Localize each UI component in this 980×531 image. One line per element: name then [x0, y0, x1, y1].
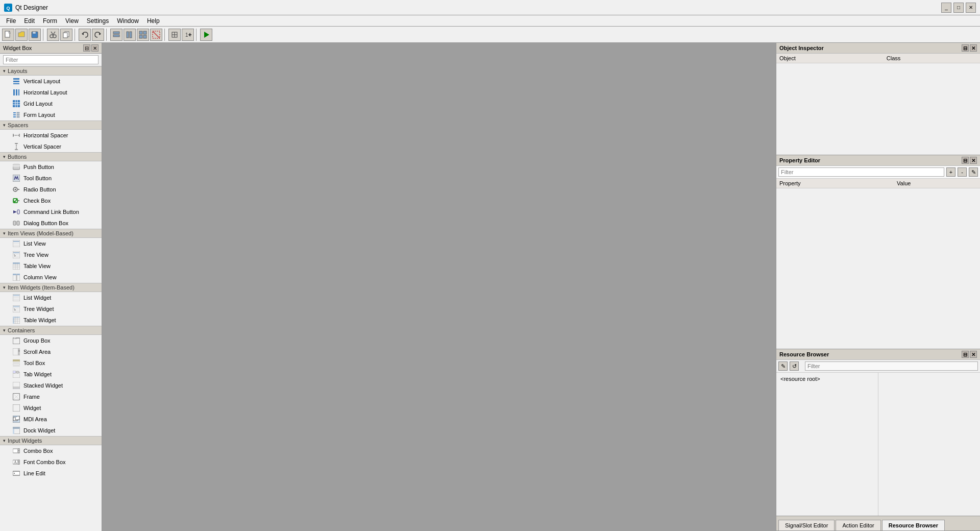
widget-item-scroll-area[interactable]: Scroll Area	[0, 346, 102, 357]
resource-filter-input[interactable]	[805, 361, 978, 371]
toolbar-cut[interactable]	[47, 29, 59, 41]
widget-item-tree-widget[interactable]: Tree Widget	[0, 303, 102, 315]
toolbar-layout-grid[interactable]	[137, 29, 149, 41]
menu-item-window[interactable]: Window	[113, 16, 143, 26]
svg-rect-84	[13, 306, 19, 307]
svg-marker-10	[99, 32, 101, 35]
widget-item-vertical-layout[interactable]: Vertical Layout	[0, 76, 102, 87]
menu-item-settings[interactable]: Settings	[83, 16, 113, 26]
svg-rect-119	[13, 429, 14, 434]
object-inspector-close[interactable]: ✕	[970, 44, 977, 52]
menu-item-help[interactable]: Help	[143, 16, 164, 26]
toolbar-layout-h[interactable]	[124, 29, 136, 41]
object-inspector-float[interactable]: ⊟	[962, 44, 969, 52]
widget-item-tab-widget[interactable]: Tab Widget	[0, 369, 102, 380]
bottom-tab-signal/slot-editor[interactable]: Signal/Slot Editor	[778, 520, 835, 530]
widget-category-item-widgets-(item-based)[interactable]: ▾Item Widgets (Item-Based)	[0, 283, 102, 292]
widget-category-buttons[interactable]: ▾Buttons	[0, 152, 102, 161]
widget-item-column-view[interactable]: Column View	[0, 272, 102, 283]
widget-item-table-widget[interactable]: Table Widget	[0, 315, 102, 326]
widget-item-tree-view[interactable]: Tree View	[0, 249, 102, 260]
widget-category-containers[interactable]: ▾Containers	[0, 326, 102, 335]
toolbar-redo[interactable]	[92, 29, 104, 41]
resource-browser-close[interactable]: ✕	[970, 351, 977, 358]
toolbar-preview[interactable]	[200, 29, 212, 41]
property-editor-filter-input[interactable]	[778, 167, 944, 177]
resource-browser-float[interactable]: ⊟	[962, 351, 969, 358]
widget-item-grid-layout[interactable]: Grid Layout	[0, 98, 102, 109]
widget-category-layouts[interactable]: ▾Layouts	[0, 66, 102, 76]
widget-filter-input[interactable]	[3, 55, 99, 64]
toolbar-undo[interactable]	[79, 29, 91, 41]
widget-item-horizontal-spacer[interactable]: Horizontal Spacer	[0, 130, 102, 141]
widget-category-spacers[interactable]: ▾Spacers	[0, 120, 102, 130]
widget-item-font-combo-box[interactable]: AFont Combo Box	[0, 456, 102, 468]
toolbar-break-layout[interactable]	[150, 29, 162, 41]
toolbar-adjust-size[interactable]	[168, 29, 181, 41]
svg-text:GB: GB	[14, 337, 17, 340]
svg-rect-106	[16, 371, 19, 373]
menu-item-view[interactable]: View	[61, 16, 83, 26]
widget-box-close[interactable]: ✕	[91, 44, 99, 52]
widget-item-horizontal-layout[interactable]: Horizontal Layout	[0, 87, 102, 98]
svg-rect-26	[13, 78, 19, 80]
pe-col-value: Value	[894, 179, 980, 188]
widget-item-stacked-widget[interactable]: Stacked Widget	[0, 380, 102, 391]
property-remove-button[interactable]: -	[958, 167, 967, 177]
property-editor-table: Property Value	[776, 179, 980, 188]
category-arrow: ▾	[3, 231, 6, 236]
widget-item-vertical-spacer[interactable]: Vertical Spacer	[0, 141, 102, 152]
design-canvas[interactable]	[102, 43, 776, 531]
resource-root-item[interactable]: <resource root>	[778, 375, 876, 383]
resource-edit-button[interactable]: ✎	[778, 361, 788, 371]
menu-item-edit[interactable]: Edit	[20, 16, 39, 26]
property-editor-close[interactable]: ✕	[970, 157, 977, 164]
widget-item-command-link-button[interactable]: Command Link Button	[0, 206, 102, 218]
widget-box-float[interactable]: ⊟	[83, 44, 90, 52]
widget-item-tool-box[interactable]: Tool Box	[0, 357, 102, 369]
close-button[interactable]: ✕	[966, 3, 976, 13]
widget-item-dock-widget[interactable]: Dock Widget	[0, 425, 102, 436]
property-add-button[interactable]: +	[946, 167, 955, 177]
widget-label: Radio Button	[23, 186, 56, 192]
restore-button[interactable]: □	[953, 3, 964, 13]
widget-item-line-edit[interactable]: Line Edit	[0, 468, 102, 479]
toolbar-layout-v[interactable]	[110, 29, 122, 41]
property-editor-float[interactable]: ⊟	[962, 157, 969, 164]
widget-label: Frame	[23, 394, 40, 400]
widget-item-list-view[interactable]: List View	[0, 238, 102, 249]
svg-rect-18	[143, 35, 146, 38]
resource-refresh-button[interactable]: ↺	[790, 361, 799, 371]
minimize-button[interactable]: _	[941, 3, 951, 13]
bottom-tab-resource-browser[interactable]: Resource Browser	[882, 520, 945, 530]
widget-item-list-widget[interactable]: List Widget	[0, 292, 102, 303]
widget-item-frame[interactable]: Frame	[0, 391, 102, 402]
widget-icon-list-widget	[12, 294, 20, 302]
widget-item-tool-button[interactable]: Tool Button	[0, 173, 102, 184]
widget-item-widget[interactable]: Widget	[0, 402, 102, 414]
widget-item-radio-button[interactable]: Radio Button	[0, 184, 102, 195]
widget-item-push-button[interactable]: Push Button	[0, 161, 102, 173]
bottom-tab-action-editor[interactable]: Action Editor	[836, 520, 880, 530]
widget-item-table-view[interactable]: Table View	[0, 260, 102, 272]
widget-category-input-widgets[interactable]: ▾Input Widgets	[0, 436, 102, 445]
widget-item-dialog-button-box[interactable]: Dialog Button Box	[0, 218, 102, 229]
bottom-tabs: Signal/Slot EditorAction EditorResource …	[776, 516, 980, 530]
toolbar-open[interactable]	[15, 29, 28, 41]
toolbar-copy[interactable]	[60, 29, 72, 41]
widget-item-mdi-area[interactable]: MDI Area	[0, 414, 102, 425]
widget-item-group-box[interactable]: GBGroup Box	[0, 335, 102, 346]
widget-category-item-views-(model-based)[interactable]: ▾Item Views (Model-Based)	[0, 229, 102, 238]
resource-browser: Resource Browser ⊟ ✕ ✎ ↺ <resource root>	[776, 349, 980, 531]
menu-item-form[interactable]: Form	[39, 16, 61, 26]
toolbar-tab-order[interactable]: 1	[182, 29, 194, 41]
widget-label: MDI Area	[23, 416, 47, 422]
property-edit-button[interactable]: ✎	[969, 167, 978, 177]
widget-item-form-layout[interactable]: Form Layout	[0, 109, 102, 120]
widget-item-check-box[interactable]: Check Box	[0, 195, 102, 206]
toolbar-new[interactable]	[2, 29, 14, 41]
menu-item-file[interactable]: File	[2, 16, 20, 26]
toolbar-save[interactable]	[29, 29, 41, 41]
svg-rect-32	[13, 100, 20, 107]
widget-item-combo-box[interactable]: Combo Box	[0, 445, 102, 456]
